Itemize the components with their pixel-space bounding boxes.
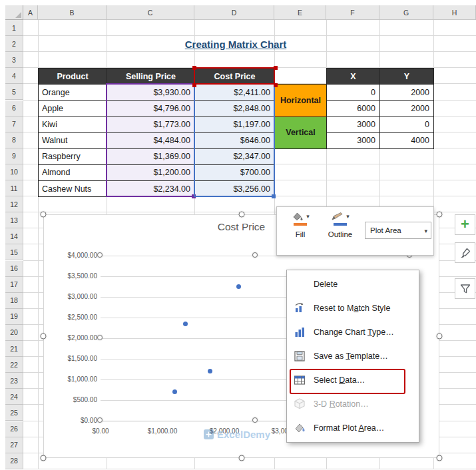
row-header-14[interactable]: 14 — [5, 228, 23, 244]
row-header-18[interactable]: 18 — [5, 293, 23, 309]
row-header-1[interactable]: 1 — [5, 20, 23, 36]
row-header-23[interactable]: 23 — [5, 373, 23, 389]
product-cell[interactable]: Cashew Nuts — [39, 181, 107, 197]
row-header-10[interactable]: 10 — [5, 164, 23, 180]
row-header-11[interactable]: 11 — [5, 180, 23, 196]
cost-price-cell[interactable]: $2,848.00 — [195, 101, 275, 117]
xy-value-cell[interactable]: 4000 — [380, 133, 434, 149]
xy-value-cell[interactable]: 6000 — [327, 101, 380, 117]
xy-value-cell[interactable]: 2000 — [380, 85, 434, 101]
row-header-5[interactable]: 5 — [5, 84, 23, 100]
chart-sizing-handle[interactable] — [437, 212, 443, 218]
chart-sizing-handle[interactable] — [437, 455, 443, 461]
column-header-c[interactable]: C — [107, 5, 194, 20]
plot-area-handle[interactable] — [252, 252, 258, 258]
menu-item-save-as-template[interactable]: Save as Template… — [287, 344, 419, 368]
cost-price-cell[interactable]: $1,197.00 — [195, 117, 275, 133]
selling-price-cell[interactable]: $1,773.00 — [107, 117, 195, 133]
column-header-b[interactable]: B — [38, 5, 107, 20]
table-header-x[interactable]: X — [327, 69, 380, 85]
xy-value-cell[interactable]: 0 — [327, 85, 380, 101]
column-header-h[interactable]: H — [433, 5, 476, 20]
product-cell[interactable]: Kiwi — [39, 117, 107, 133]
range-corner-handle[interactable] — [192, 83, 196, 87]
product-cell[interactable]: Raspberry — [39, 149, 107, 165]
table-header-cost-price[interactable]: Cost Price — [195, 69, 275, 85]
row-header-2[interactable]: 2 — [5, 36, 23, 52]
chart-sizing-handle[interactable] — [238, 455, 244, 461]
row-header-24[interactable]: 24 — [5, 389, 23, 405]
xy-value-cell[interactable]: 0 — [380, 117, 434, 133]
chevron-down-icon[interactable]: ▾ — [346, 212, 350, 221]
chart-elements-button[interactable]: + — [455, 214, 475, 235]
data-point[interactable] — [172, 389, 177, 394]
range-corner-handle[interactable] — [192, 66, 196, 70]
row-header-16[interactable]: 16 — [5, 261, 23, 277]
column-header-f[interactable]: F — [326, 5, 379, 20]
row-header-22[interactable]: 22 — [5, 357, 23, 373]
data-point[interactable] — [183, 322, 188, 326]
row-header-12[interactable]: 12 — [5, 196, 23, 212]
cost-price-cell[interactable]: $2,411.00 — [195, 85, 275, 101]
product-cell[interactable]: Orange — [39, 85, 107, 101]
fill-handle[interactable] — [272, 194, 276, 198]
row-header-19[interactable]: 19 — [5, 309, 23, 325]
select-all-corner[interactable] — [5, 5, 23, 20]
plot-area-handle[interactable] — [252, 417, 258, 423]
selling-price-cell[interactable]: $2,234.00 — [107, 181, 195, 197]
menu-item-reset-to-match-style[interactable]: Reset to Match Style — [287, 296, 419, 320]
column-header-g[interactable]: G — [379, 5, 433, 20]
plot-area-selector[interactable]: Plot Area ▾ — [365, 222, 431, 239]
fill-button[interactable]: ▾ Fill — [284, 212, 317, 238]
column-header-d[interactable]: D — [194, 5, 274, 20]
menu-item-select-data[interactable]: Select Data… — [287, 368, 419, 392]
row-header-3[interactable]: 3 — [5, 52, 23, 68]
range-corner-handle[interactable] — [274, 83, 278, 87]
row-header-7[interactable]: 7 — [5, 117, 23, 132]
xy-value-cell[interactable]: 3000 — [327, 117, 380, 133]
xy-value-cell[interactable]: 2000 — [380, 101, 434, 117]
selling-price-cell[interactable]: $1,369.00 — [107, 149, 195, 165]
data-point[interactable] — [208, 369, 212, 373]
cost-price-cell[interactable]: $2,347.00 — [195, 149, 275, 165]
row-header-13[interactable]: 13 — [5, 212, 23, 228]
table-header-y[interactable]: Y — [380, 69, 434, 85]
menu-item-format-plot-area[interactable]: Format Plot Area… — [287, 416, 419, 440]
row-header-25[interactable]: 25 — [5, 405, 23, 421]
xy-value-cell[interactable]: 3000 — [327, 133, 380, 149]
row-header-9[interactable]: 9 — [5, 148, 23, 164]
plot-area-handle[interactable] — [97, 417, 103, 423]
chart-sizing-handle[interactable] — [41, 334, 47, 340]
table-header-selling-price[interactable]: Selling Price — [107, 69, 195, 85]
fill-handle[interactable] — [192, 194, 196, 198]
chart-sizing-handle[interactable] — [41, 455, 47, 461]
row-header-27[interactable]: 27 — [5, 437, 23, 453]
row-header-4[interactable]: 4 — [5, 68, 23, 84]
menu-item-delete[interactable]: Delete — [287, 272, 419, 296]
outline-button[interactable]: ▾ Outline — [321, 212, 359, 238]
chart-styles-button[interactable] — [455, 242, 475, 263]
chart-filters-button[interactable] — [455, 278, 475, 299]
row-header-21[interactable]: 21 — [5, 341, 23, 357]
chevron-down-icon[interactable]: ▾ — [306, 212, 310, 221]
product-cell[interactable]: Apple — [39, 101, 107, 117]
group-label-horizontal[interactable]: Horizontal — [275, 85, 327, 117]
sheet-title[interactable]: Creating Matrix Chart — [38, 36, 433, 52]
plot-area-handle[interactable] — [97, 252, 103, 258]
selling-price-cell[interactable]: $4,796.00 — [107, 101, 195, 117]
group-label-vertical[interactable]: Vertical — [275, 117, 327, 149]
cost-price-cell[interactable]: $700.00 — [195, 165, 275, 181]
chart-sizing-handle[interactable] — [41, 212, 47, 218]
product-cell[interactable]: Almond — [39, 165, 107, 181]
row-header-8[interactable]: 8 — [5, 132, 23, 148]
row-header-6[interactable]: 6 — [5, 101, 23, 117]
row-header-15[interactable]: 15 — [5, 244, 23, 260]
selling-price-cell[interactable]: $4,484.00 — [107, 133, 195, 149]
table-header-product[interactable]: Product — [39, 69, 107, 85]
row-header-17[interactable]: 17 — [5, 277, 23, 293]
column-header-a[interactable]: A — [23, 5, 38, 20]
chart-sizing-handle[interactable] — [238, 212, 244, 218]
data-point[interactable] — [236, 284, 241, 289]
product-cell[interactable]: Walnut — [39, 133, 107, 149]
cost-price-cell[interactable]: $646.00 — [195, 133, 275, 149]
